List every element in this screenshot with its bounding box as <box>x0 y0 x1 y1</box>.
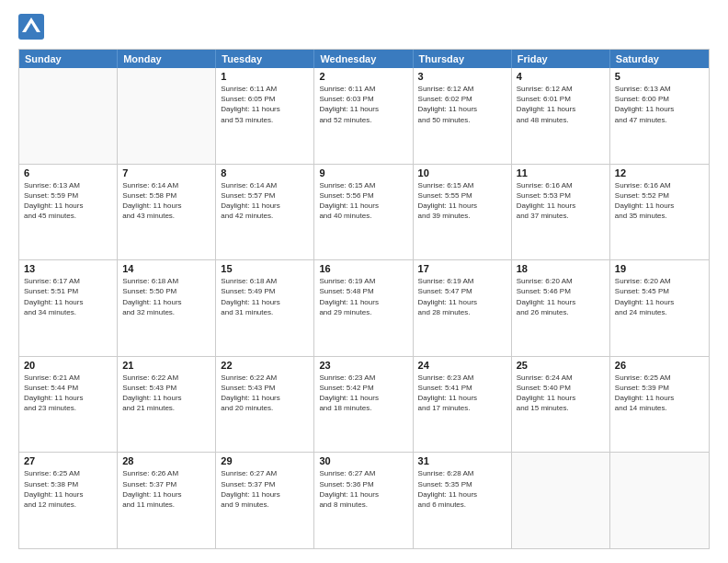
sunrise-text: Sunrise: 6:14 AM <box>221 180 309 190</box>
daylight-text-line1: Daylight: 11 hours <box>221 393 309 403</box>
sunrise-text: Sunrise: 6:22 AM <box>122 373 210 383</box>
day-number: 13 <box>24 263 112 274</box>
header-day-thursday: Thursday <box>414 50 512 68</box>
day-number: 10 <box>418 167 506 178</box>
sunrise-text: Sunrise: 6:19 AM <box>319 276 407 286</box>
day-number: 21 <box>122 360 210 371</box>
daylight-text-line2: and 34 minutes. <box>24 307 112 317</box>
page: SundayMondayTuesdayWednesdayThursdayFrid… <box>0 0 728 563</box>
day-number: 28 <box>122 455 210 466</box>
calendar-body: 1Sunrise: 6:11 AMSunset: 6:05 PMDaylight… <box>19 68 709 548</box>
sunrise-text: Sunrise: 6:18 AM <box>122 276 210 286</box>
sunrise-text: Sunrise: 6:22 AM <box>221 373 309 383</box>
sunrise-text: Sunrise: 6:21 AM <box>24 373 112 383</box>
day-number: 8 <box>221 167 309 178</box>
sunrise-text: Sunrise: 6:15 AM <box>319 180 407 190</box>
daylight-text-line1: Daylight: 11 hours <box>615 104 704 114</box>
calendar-header: SundayMondayTuesdayWednesdayThursdayFrid… <box>19 50 709 68</box>
calendar-cell: 10Sunrise: 6:15 AMSunset: 5:55 PMDayligh… <box>414 165 512 260</box>
sunrise-text: Sunrise: 6:24 AM <box>517 373 605 383</box>
calendar-row-3: 13Sunrise: 6:17 AMSunset: 5:51 PMDayligh… <box>19 259 709 356</box>
daylight-text-line2: and 43 minutes. <box>122 211 210 221</box>
sunset-text: Sunset: 5:57 PM <box>221 190 309 201</box>
daylight-text-line1: Daylight: 11 hours <box>615 201 704 211</box>
sunset-text: Sunset: 5:35 PM <box>418 479 506 489</box>
daylight-text-line2: and 40 minutes. <box>319 211 407 221</box>
day-number: 24 <box>418 360 506 371</box>
daylight-text-line1: Daylight: 11 hours <box>221 297 309 307</box>
sunset-text: Sunset: 5:56 PM <box>319 190 407 201</box>
sunset-text: Sunset: 5:39 PM <box>615 383 704 393</box>
day-number: 25 <box>517 360 605 371</box>
calendar-cell: 8Sunrise: 6:14 AMSunset: 5:57 PMDaylight… <box>216 165 314 260</box>
daylight-text-line1: Daylight: 11 hours <box>418 393 506 403</box>
daylight-text-line2: and 45 minutes. <box>24 211 112 221</box>
day-number: 30 <box>319 455 407 466</box>
day-number: 3 <box>418 71 506 82</box>
calendar-cell: 28Sunrise: 6:26 AMSunset: 5:37 PMDayligh… <box>118 453 216 548</box>
daylight-text-line2: and 24 minutes. <box>615 307 704 317</box>
daylight-text-line2: and 14 minutes. <box>615 403 704 413</box>
daylight-text-line2: and 35 minutes. <box>615 211 704 221</box>
daylight-text-line1: Daylight: 11 hours <box>122 489 210 500</box>
logo <box>18 14 48 40</box>
day-number: 18 <box>517 263 605 274</box>
calendar-cell: 27Sunrise: 6:25 AMSunset: 5:38 PMDayligh… <box>19 453 118 548</box>
sunrise-text: Sunrise: 6:12 AM <box>418 84 506 94</box>
sunset-text: Sunset: 6:05 PM <box>221 94 309 104</box>
header-day-wednesday: Wednesday <box>314 50 413 68</box>
logo-icon <box>18 14 44 40</box>
day-number: 23 <box>319 360 407 371</box>
daylight-text-line1: Daylight: 11 hours <box>418 104 506 114</box>
sunset-text: Sunset: 5:37 PM <box>221 479 309 489</box>
sunset-text: Sunset: 5:55 PM <box>418 190 506 201</box>
sunrise-text: Sunrise: 6:14 AM <box>122 180 210 190</box>
calendar-cell <box>19 68 118 164</box>
sunrise-text: Sunrise: 6:23 AM <box>319 373 407 383</box>
day-number: 27 <box>24 455 112 466</box>
calendar-row-2: 6Sunrise: 6:13 AMSunset: 5:59 PMDaylight… <box>19 164 709 260</box>
day-number: 5 <box>615 71 704 82</box>
daylight-text-line2: and 9 minutes. <box>221 500 309 510</box>
calendar-row-4: 20Sunrise: 6:21 AMSunset: 5:44 PMDayligh… <box>19 356 709 453</box>
calendar-cell: 9Sunrise: 6:15 AMSunset: 5:56 PMDaylight… <box>314 165 413 260</box>
daylight-text-line1: Daylight: 11 hours <box>24 393 112 403</box>
sunrise-text: Sunrise: 6:27 AM <box>319 468 407 478</box>
calendar-cell: 11Sunrise: 6:16 AMSunset: 5:53 PMDayligh… <box>512 165 610 260</box>
daylight-text-line2: and 53 minutes. <box>221 115 309 125</box>
sunset-text: Sunset: 6:00 PM <box>615 94 704 104</box>
calendar-cell: 31Sunrise: 6:28 AMSunset: 5:35 PMDayligh… <box>414 453 512 548</box>
calendar-cell: 19Sunrise: 6:20 AMSunset: 5:45 PMDayligh… <box>610 260 709 356</box>
calendar-cell: 5Sunrise: 6:13 AMSunset: 6:00 PMDaylight… <box>610 68 709 164</box>
calendar-cell: 30Sunrise: 6:27 AMSunset: 5:36 PMDayligh… <box>314 453 413 548</box>
sunset-text: Sunset: 5:44 PM <box>24 383 112 393</box>
daylight-text-line1: Daylight: 11 hours <box>24 297 112 307</box>
day-number: 4 <box>517 71 605 82</box>
day-number: 26 <box>615 360 704 371</box>
daylight-text-line1: Daylight: 11 hours <box>517 297 605 307</box>
sunset-text: Sunset: 5:50 PM <box>122 286 210 296</box>
calendar-cell: 16Sunrise: 6:19 AMSunset: 5:48 PMDayligh… <box>314 260 413 356</box>
daylight-text-line1: Daylight: 11 hours <box>24 201 112 211</box>
sunset-text: Sunset: 5:47 PM <box>418 286 506 296</box>
calendar-cell <box>512 453 610 548</box>
calendar-cell: 14Sunrise: 6:18 AMSunset: 5:50 PMDayligh… <box>118 260 216 356</box>
day-number: 31 <box>418 455 506 466</box>
sunrise-text: Sunrise: 6:13 AM <box>24 180 112 190</box>
day-number: 12 <box>615 167 704 178</box>
calendar-cell: 13Sunrise: 6:17 AMSunset: 5:51 PMDayligh… <box>19 260 118 356</box>
calendar-cell: 2Sunrise: 6:11 AMSunset: 6:03 PMDaylight… <box>314 68 413 164</box>
calendar-cell <box>610 453 709 548</box>
header <box>18 14 710 40</box>
daylight-text-line2: and 47 minutes. <box>615 115 704 125</box>
sunset-text: Sunset: 5:45 PM <box>615 286 704 296</box>
day-number: 14 <box>122 263 210 274</box>
daylight-text-line2: and 20 minutes. <box>221 403 309 413</box>
sunset-text: Sunset: 5:59 PM <box>24 190 112 201</box>
sunset-text: Sunset: 5:37 PM <box>122 479 210 489</box>
calendar-cell: 23Sunrise: 6:23 AMSunset: 5:42 PMDayligh… <box>314 357 413 453</box>
day-number: 9 <box>319 167 407 178</box>
daylight-text-line1: Daylight: 11 hours <box>517 393 605 403</box>
daylight-text-line2: and 29 minutes. <box>319 307 407 317</box>
sunrise-text: Sunrise: 6:18 AM <box>221 276 309 286</box>
